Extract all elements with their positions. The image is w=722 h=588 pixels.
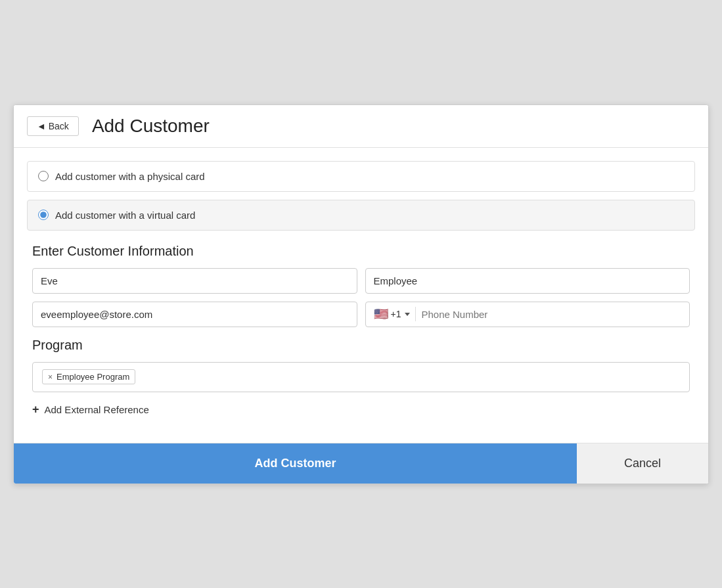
add-reference-label: Add External Reference — [45, 404, 149, 415]
program-tag: × Employee Program — [42, 369, 135, 384]
program-box: × Employee Program — [32, 362, 690, 392]
header: ◄ Back Add Customer — [14, 105, 708, 148]
physical-card-label: Add customer with a physical card — [55, 171, 205, 182]
virtual-card-label: Add customer with a virtual card — [55, 210, 195, 221]
virtual-card-option[interactable]: Add customer with a virtual card — [27, 200, 695, 231]
first-name-input[interactable] — [32, 268, 357, 294]
email-input[interactable] — [32, 302, 357, 327]
chevron-down-icon — [405, 313, 410, 316]
page-title: Add Customer — [92, 116, 210, 137]
program-title: Program — [32, 338, 695, 353]
back-button[interactable]: ◄ Back — [27, 116, 79, 136]
customer-form-grid: 🇺🇸 +1 — [32, 268, 690, 327]
tag-label: Employee Program — [56, 372, 129, 382]
physical-card-radio[interactable] — [38, 171, 49, 181]
plus-icon: + — [32, 403, 39, 417]
phone-input[interactable] — [421, 302, 681, 327]
virtual-card-radio[interactable] — [38, 210, 49, 220]
last-name-input[interactable] — [365, 268, 690, 294]
add-external-reference[interactable]: + Add External Reference — [32, 403, 690, 417]
phone-flag-dropdown[interactable]: 🇺🇸 +1 — [374, 307, 417, 321]
phone-wrapper: 🇺🇸 +1 — [365, 302, 690, 327]
modal-container: ◄ Back Add Customer Add customer with a … — [13, 104, 709, 484]
phone-code: +1 — [391, 309, 401, 319]
customer-info-title: Enter Customer Information — [32, 244, 695, 259]
cancel-button[interactable]: Cancel — [577, 443, 708, 484]
flag-icon: 🇺🇸 — [374, 307, 388, 321]
add-customer-button[interactable]: Add Customer — [14, 443, 577, 484]
physical-card-option[interactable]: Add customer with a physical card — [27, 161, 695, 192]
tag-remove-button[interactable]: × — [48, 373, 53, 382]
footer: Add Customer Cancel — [14, 443, 708, 484]
body: Add customer with a physical card Add cu… — [14, 148, 708, 443]
